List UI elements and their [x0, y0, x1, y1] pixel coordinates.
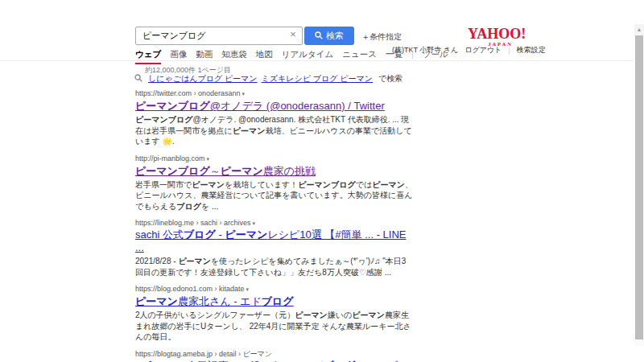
related-search: しにゃごはんブログ ピーマン ミズキレシピ ブログ ピーマン で検索 — [134, 73, 402, 84]
scrollbar-thumb[interactable] — [635, 35, 643, 339]
tabs-divider: | — [411, 49, 414, 59]
search-result: https://blog.edono1.com › kitadate▾ピーマン農… — [135, 285, 413, 343]
url-dropdown-icon[interactable]: ▾ — [207, 156, 210, 162]
search-result: http://pi-manblog.com▾ピーマンブログ～ピーマン農家の挑戦岩… — [135, 154, 413, 212]
yahoo-search-results-page: × 検索 ＋条件指定 YAHOO! JAPAN (株)TKT 小野寺 さん ログ… — [0, 0, 644, 362]
url-dropdown-icon[interactable]: ▾ — [242, 91, 246, 97]
result-url[interactable]: https://lineblog.me › sachi › archives▾ — [135, 219, 413, 228]
result-description: ピーマンブログ@オノデラ. @onoderasann. 株式会社TKT 代表取締… — [135, 114, 413, 147]
tab-web[interactable]: ウェブ — [135, 49, 161, 64]
logout-link[interactable]: ログアウト — [464, 45, 502, 56]
related-search-link[interactable]: しにゃごはんブログ ピーマン — [148, 74, 258, 83]
result-title-link[interactable]: sachi 公式ブログ - ピーマンレシピ10選 【#簡単 ... - LINE… — [135, 228, 413, 254]
results-list: https://twitter.com › onoderasann▾ピーマンブロ… — [135, 89, 413, 362]
search-button[interactable]: 検索 — [304, 27, 354, 45]
advanced-search-link[interactable]: ＋条件指定 — [361, 31, 402, 43]
related-search-links: しにゃごはんブログ ピーマン ミズキレシピ ブログ ピーマン — [148, 73, 373, 84]
yahoo-japan-logo[interactable]: YAHOO! JAPAN — [468, 27, 513, 47]
result-description: 2021/8/28 - ピーマンを使ったレシピを集めてみましたぁ～(*'ヮ')ﾉ… — [135, 256, 413, 278]
search-button-label: 検索 — [326, 30, 344, 42]
user-bar-divider: | — [508, 47, 510, 55]
result-title-link[interactable]: #ピーマン 人気記事（一般）｜アメーバブログ（アメブロ） — [135, 360, 413, 362]
url-dropdown-icon[interactable]: ▾ — [253, 220, 256, 226]
result-url[interactable]: https://blogtag.ameba.jp › detail › ピーマン — [135, 350, 413, 359]
related-search-suffix: で検索 — [378, 73, 402, 84]
search-settings-link[interactable]: 検索設定 — [517, 45, 546, 56]
search-input[interactable] — [135, 27, 303, 45]
result-description: 岩手県一関市でピーマンを栽培しています！ピーマンブログではピーマン、ビニールハウ… — [135, 179, 413, 212]
result-url[interactable]: http://pi-manblog.com▾ — [135, 154, 413, 163]
clear-icon[interactable]: × — [287, 28, 299, 41]
url-dropdown-icon[interactable]: ▾ — [246, 286, 250, 292]
header-divider — [0, 60, 634, 61]
related-search-link[interactable]: ミズキレシピ ブログ ピーマン — [262, 74, 373, 83]
logo-yahoo-text: YAHOO! — [468, 27, 513, 41]
scrollbar[interactable]: ▲ — [634, 24, 644, 346]
result-url[interactable]: https://blog.edono1.com › kitadate▾ — [135, 285, 413, 294]
result-url[interactable]: https://twitter.com › onoderasann▾ — [135, 89, 413, 98]
search-result: https://twitter.com › onoderasann▾ピーマンブロ… — [135, 89, 413, 147]
scrollbar-up-arrow[interactable]: ▲ — [634, 24, 644, 35]
result-title-link[interactable]: ピーマンブログ@オノデラ (@onoderasann) / Twitter — [135, 100, 385, 113]
result-description: 2人の子供がいるシングルファーザー（元）ピーマン嫌いのピーマン農家生まれ故郷の岩… — [135, 310, 413, 343]
search-result: https://lineblog.me › sachi › archives▾s… — [135, 219, 413, 278]
magnifier-icon — [134, 74, 142, 84]
search-tabs: ウェブ画像動画知恵袋地図リアルタイムニュース一覧|ツール — [135, 49, 448, 64]
result-title-link[interactable]: ピーマンブログ～ピーマン農家の挑戦 — [135, 165, 316, 178]
search-icon — [315, 31, 323, 41]
result-title-link[interactable]: ピーマン農家北さん - エドブログ — [135, 295, 294, 308]
search-result: https://blogtag.ameba.jp › detail › ピーマン… — [135, 350, 413, 362]
